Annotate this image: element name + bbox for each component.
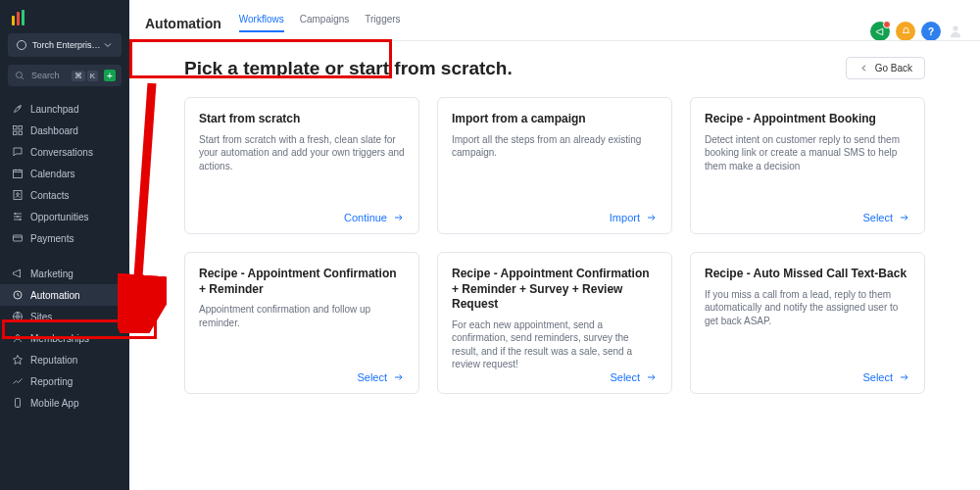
sidebar-item-label: Contacts xyxy=(30,190,69,201)
sidebar-item-label: Sites xyxy=(30,312,52,322)
template-card: Start from scratchStart from scratch wit… xyxy=(184,97,419,234)
svg-rect-8 xyxy=(14,171,23,178)
svg-rect-20 xyxy=(14,235,23,241)
search-placeholder: Search xyxy=(31,71,66,80)
svg-line-2 xyxy=(22,77,24,79)
sidebar-item-label: Memberships xyxy=(30,333,89,344)
page-title: Automation xyxy=(145,16,221,31)
card-description: Detect intent on customer reply to send … xyxy=(705,133,910,173)
rocket-icon xyxy=(12,103,24,115)
card-action-import[interactable]: Import xyxy=(610,212,658,223)
sidebar-item-label: Automation xyxy=(30,290,80,301)
card-description: Appointment confirmation and follow up r… xyxy=(199,303,405,329)
sidebar-item-automation[interactable]: Automation xyxy=(0,284,129,306)
sidebar-item-conversations[interactable]: Conversations xyxy=(0,141,129,163)
card-title: Recipe - Appointment Confirmation + Remi… xyxy=(452,267,658,313)
opportunity-icon xyxy=(12,211,24,222)
sidebar-item-opportunities[interactable]: Opportunities xyxy=(0,206,129,227)
automation-icon xyxy=(12,289,24,301)
svg-rect-6 xyxy=(14,131,18,135)
chevron-down-icon xyxy=(102,39,114,51)
tab-workflows[interactable]: Workflows xyxy=(239,14,284,32)
sites-icon xyxy=(12,311,24,322)
tab-campaigns[interactable]: Campaigns xyxy=(300,14,350,32)
reputation-icon xyxy=(12,354,24,366)
svg-rect-5 xyxy=(19,126,23,130)
go-back-button[interactable]: Go Back xyxy=(846,57,925,79)
page-header: Automation WorkflowsCampaignsTriggers xyxy=(129,0,980,41)
megaphone-icon xyxy=(12,268,24,279)
svg-point-0 xyxy=(18,41,26,50)
tab-triggers[interactable]: Triggers xyxy=(365,14,400,32)
app-logo xyxy=(0,0,129,33)
section-heading: Pick a template or start from scratch. xyxy=(184,58,513,79)
svg-point-13 xyxy=(17,193,20,196)
card-description: For each new appointment, send a confirm… xyxy=(452,318,658,371)
search-icon xyxy=(14,70,25,81)
svg-rect-7 xyxy=(19,131,23,135)
svg-marker-26 xyxy=(14,356,23,365)
payments-icon xyxy=(12,232,24,244)
workspace-name: Torch Enterprise LLC xyxy=(32,40,102,50)
search-shortcut: ⌘K xyxy=(72,71,98,81)
sidebar-nav: LaunchpadDashboardConversationsCalendars… xyxy=(0,98,129,414)
sidebar-item-label: Reputation xyxy=(30,355,77,366)
sidebar-item-label: Conversations xyxy=(30,147,93,158)
add-icon[interactable]: + xyxy=(104,70,116,81)
card-action-select[interactable]: Select xyxy=(610,371,658,383)
sidebar-item-sites[interactable]: Sites xyxy=(0,306,129,327)
card-action-select[interactable]: Select xyxy=(862,371,910,383)
svg-point-25 xyxy=(17,335,20,338)
header-tabs: WorkflowsCampaignsTriggers xyxy=(239,14,401,32)
sidebar-item-label: Mobile App xyxy=(30,398,78,409)
card-title: Recipe - Appointment Booking xyxy=(705,112,910,127)
sidebar-item-calendars[interactable]: Calendars xyxy=(0,163,129,184)
sidebar-item-mobile-app[interactable]: Mobile App xyxy=(0,392,129,414)
sidebar-item-label: Dashboard xyxy=(30,125,78,136)
sidebar-item-reputation[interactable]: Reputation xyxy=(0,349,129,370)
workspace-icon xyxy=(16,39,27,51)
card-title: Import from a campaign xyxy=(452,112,658,127)
sidebar-item-launchpad[interactable]: Launchpad xyxy=(0,98,129,120)
svg-point-1 xyxy=(17,73,23,78)
svg-rect-4 xyxy=(14,126,18,130)
chat-icon xyxy=(12,146,24,158)
card-action-continue[interactable]: Continue xyxy=(344,212,405,223)
sidebar-item-dashboard[interactable]: Dashboard xyxy=(0,120,129,141)
calendar-icon xyxy=(12,168,24,179)
card-title: Recipe - Appointment Confirmation + Remi… xyxy=(199,267,405,297)
memberships-icon xyxy=(12,332,24,344)
sidebar-item-contacts[interactable]: Contacts xyxy=(0,184,129,206)
main-area: ? Automation WorkflowsCampaignsTriggers … xyxy=(129,0,980,490)
sidebar-item-marketing[interactable]: Marketing xyxy=(0,263,129,284)
template-card: Recipe - Appointment BookingDetect inten… xyxy=(690,97,925,234)
sidebar-item-memberships[interactable]: Memberships xyxy=(0,327,129,349)
svg-point-3 xyxy=(19,107,21,109)
card-action-select[interactable]: Select xyxy=(357,371,405,383)
template-card: Recipe - Appointment Confirmation + Remi… xyxy=(184,252,419,394)
dashboard-icon xyxy=(12,124,24,136)
template-grid: Start from scratchStart from scratch wit… xyxy=(184,97,925,394)
sidebar-item-label: Payments xyxy=(30,233,74,244)
card-action-select[interactable]: Select xyxy=(862,212,910,223)
card-description: If you miss a call from a lead, reply to… xyxy=(705,288,910,328)
card-title: Start from scratch xyxy=(199,112,405,127)
workspace-switcher[interactable]: Torch Enterprise LLC xyxy=(8,33,122,57)
sidebar-item-payments[interactable]: Payments xyxy=(0,227,129,249)
sidebar-item-reporting[interactable]: Reporting xyxy=(0,370,129,392)
template-card: Recipe - Auto Missed Call Text-BackIf yo… xyxy=(690,252,925,394)
sidebar-item-label: Marketing xyxy=(30,269,74,279)
card-description: Import all the steps from an already exi… xyxy=(452,133,658,160)
sidebar-item-label: Calendars xyxy=(30,169,75,179)
sidebar-item-label: Opportunities xyxy=(30,212,88,222)
card-title: Recipe - Auto Missed Call Text-Back xyxy=(705,267,910,282)
contacts-icon xyxy=(12,189,24,201)
template-card: Recipe - Appointment Confirmation + Remi… xyxy=(437,252,672,394)
reporting-icon xyxy=(12,375,24,387)
sidebar-item-label: Launchpad xyxy=(30,104,79,115)
search-input[interactable]: Search ⌘K + xyxy=(8,65,122,86)
mobile-icon xyxy=(12,397,24,409)
card-description: Start from scratch with a fresh, clean s… xyxy=(199,133,405,173)
template-card: Import from a campaignImport all the ste… xyxy=(437,97,672,234)
sidebar: Torch Enterprise LLC Search ⌘K + Launchp… xyxy=(0,0,129,490)
